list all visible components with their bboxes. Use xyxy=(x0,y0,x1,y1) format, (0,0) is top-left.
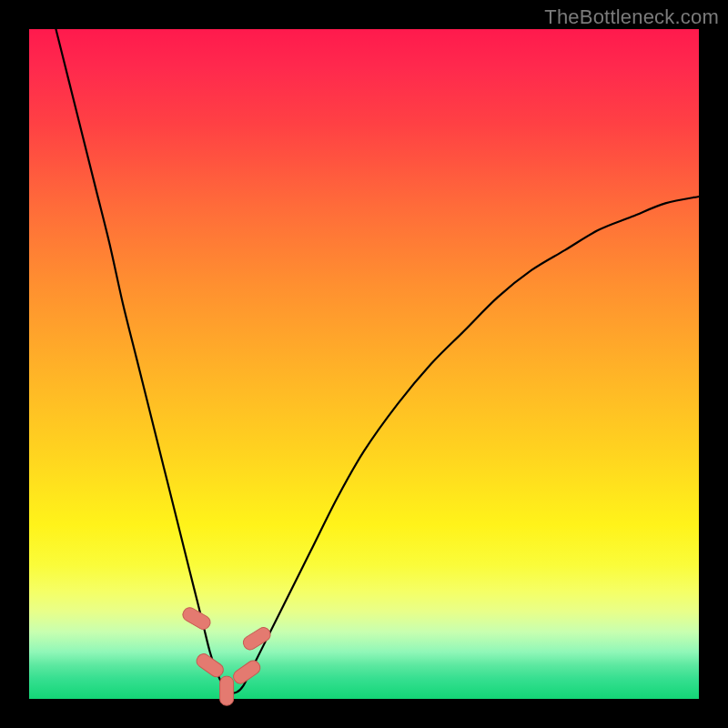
curve-marker xyxy=(180,605,212,632)
chart-stage: TheBottleneck.com xyxy=(0,0,728,728)
curve-marker xyxy=(231,658,263,686)
bottleneck-curve xyxy=(56,29,699,693)
curve-marker xyxy=(194,652,226,680)
curve-marker xyxy=(220,676,234,705)
chart-svg xyxy=(29,29,699,699)
watermark-text: TheBottleneck.com xyxy=(544,5,719,29)
curve-marker xyxy=(241,625,273,652)
